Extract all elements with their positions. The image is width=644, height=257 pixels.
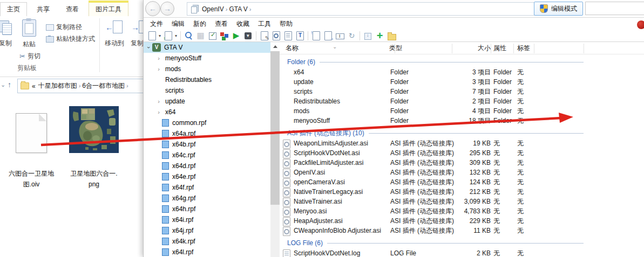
cut-button[interactable]: ✂ 剪切 bbox=[19, 52, 40, 61]
tab-picture-tools[interactable]: 图片工具 bbox=[89, 2, 128, 16]
chevron-right-icon[interactable]: › bbox=[155, 55, 162, 61]
tree-item-scripts[interactable]: scripts bbox=[144, 85, 280, 96]
menu-tools[interactable]: 工具 bbox=[254, 19, 275, 29]
tree-item-update[interactable]: ›update bbox=[144, 96, 280, 107]
file-item-oiv[interactable]: 六图合一卫星地图.oiv bbox=[5, 103, 57, 190]
up-arrow-button[interactable]: ↑ bbox=[8, 80, 11, 89]
tree-item-x64l-rpf[interactable]: x64l.rpf bbox=[144, 247, 280, 257]
move-to-button[interactable]: ← 移动到 bbox=[101, 19, 127, 48]
chevron-right-icon[interactable]: › bbox=[155, 109, 162, 115]
file-row[interactable]: Menyoo.asiASI 插件 (动态链接库)4,783 KB无无 bbox=[280, 206, 644, 216]
search-icon[interactable] bbox=[184, 31, 194, 41]
file-row[interactable]: NativeTrainer.asiASI 插件 (动态链接库)3,099 KB无… bbox=[280, 197, 644, 206]
tree-item-x64i-rpf[interactable]: x64i.rpf bbox=[144, 214, 280, 225]
column-type[interactable]: 类型 bbox=[389, 44, 402, 53]
address-bar[interactable]: « 十星加都市图›6合一都市地图› bbox=[17, 79, 148, 93]
extract-icon[interactable] bbox=[363, 31, 373, 41]
tree-item-x64f-rpf[interactable]: x64f.rpf bbox=[144, 182, 280, 193]
tree-item-x64[interactable]: ›x64 bbox=[144, 107, 280, 117]
file-row[interactable]: ScriptHookVDotNet.logLOG File2 KB无无 bbox=[280, 248, 644, 257]
chevron-down-icon[interactable]: ⌄ bbox=[1, 81, 5, 88]
tree-item-x64d-rpf[interactable]: x64d.rpf bbox=[144, 161, 280, 171]
new-file-icon[interactable] bbox=[147, 31, 157, 41]
file-item-png[interactable]: 卫星地图六合一.png bbox=[68, 103, 120, 190]
search-box[interactable] bbox=[585, 2, 644, 15]
column-name[interactable]: 名称 bbox=[286, 44, 299, 53]
menu-favorites[interactable]: 收藏 bbox=[232, 19, 254, 29]
tree-item-x64e-rpf[interactable]: x64e.rpf bbox=[144, 171, 280, 182]
new-folder-icon[interactable] bbox=[387, 31, 397, 41]
export-icon[interactable] bbox=[311, 31, 321, 41]
menu-file[interactable]: 文件 bbox=[146, 19, 167, 29]
file-row[interactable]: PackfileLimitAdjuster.asiASI 插件 (动态链接库)3… bbox=[280, 158, 644, 168]
edit-icon[interactable] bbox=[259, 31, 269, 41]
back-button[interactable]: ← bbox=[145, 1, 160, 16]
openiv-breadcrumb-bar[interactable]: OpenIV›GTA V› bbox=[187, 2, 534, 16]
paste-button[interactable]: 粘贴 bbox=[16, 19, 42, 49]
file-row[interactable]: OpenIV.asiASI 插件 (动态链接库)132 KB无无 bbox=[280, 168, 644, 177]
copy-path-button[interactable]: 复制路径 bbox=[46, 23, 82, 32]
copy-button[interactable]: 复制 bbox=[0, 19, 18, 48]
tab-home[interactable]: 主页 bbox=[0, 2, 27, 16]
tree-item-common-rpf[interactable]: common.rpf bbox=[144, 117, 280, 128]
tree-item-x64b-rpf[interactable]: x64b.rpf bbox=[144, 139, 280, 150]
column-attributes[interactable]: 属性 bbox=[493, 44, 506, 53]
tree-item-mods[interactable]: ›mods bbox=[144, 64, 280, 74]
menu-help[interactable]: 帮助 bbox=[275, 19, 297, 29]
rename-icon[interactable] bbox=[335, 31, 345, 41]
file-row[interactable]: menyooStuffFolder18 项目Folder无 bbox=[280, 116, 644, 126]
view-text-icon[interactable] bbox=[283, 31, 293, 41]
refresh-icon[interactable] bbox=[347, 31, 357, 41]
tab-share[interactable]: 共享 bbox=[30, 3, 56, 16]
column-tags[interactable]: 标签 bbox=[517, 44, 530, 53]
file-row[interactable]: ScriptHookVDotNet.asiASI 插件 (动态链接库)295 K… bbox=[280, 148, 644, 158]
play-icon[interactable] bbox=[231, 31, 241, 41]
tree-item-redistributables[interactable]: Redistributables bbox=[144, 74, 280, 85]
tree-item-menyoostuff[interactable]: ›menyooStuff bbox=[144, 53, 280, 64]
tree-item-x64k-rpf[interactable]: x64k.rpf bbox=[144, 236, 280, 247]
file-row[interactable]: x64Folder3 项目Folder无 bbox=[280, 67, 644, 77]
tree-item-x64h-rpf[interactable]: x64h.rpf bbox=[144, 204, 280, 214]
tree-item-x64a-rpf[interactable]: x64a.rpf bbox=[144, 128, 280, 139]
scrollbar-thumb[interactable] bbox=[270, 51, 280, 205]
palette-icon[interactable] bbox=[219, 31, 229, 41]
tab-view[interactable]: 查看 bbox=[59, 3, 85, 16]
file-row[interactable]: HeapAdjuster.asiASI 插件 (动态链接库)229 KB无无 bbox=[280, 216, 644, 226]
paste-shortcut-button[interactable]: 粘贴快捷方式 bbox=[46, 34, 95, 44]
tree-item-x64g-rpf[interactable]: x64g.rpf bbox=[144, 193, 280, 204]
dropdown-arrow-icon[interactable]: ▾ bbox=[159, 33, 161, 38]
chevron-right-icon[interactable]: › bbox=[155, 98, 162, 105]
dropdown-arrow-icon[interactable]: ▾ bbox=[175, 33, 177, 38]
tree-scrollbar[interactable] bbox=[270, 42, 280, 257]
breadcrumb-item[interactable]: 十星加都市图 bbox=[38, 82, 77, 89]
tree-item-x64j-rpf[interactable]: x64j.rpf bbox=[144, 225, 280, 236]
column-size[interactable]: 大小 bbox=[442, 44, 491, 53]
file-row[interactable]: RedistributablesFolder2 项目Folder无 bbox=[280, 96, 644, 106]
text-editor-icon[interactable] bbox=[295, 31, 305, 41]
file-row[interactable]: openCameraV.asiASI 插件 (动态链接库)124 KB无无 bbox=[280, 177, 644, 187]
import-file-icon[interactable] bbox=[163, 31, 173, 41]
preview-icon[interactable] bbox=[271, 31, 281, 41]
tree-item-gta-v[interactable]: › GTA V bbox=[144, 42, 270, 53]
breadcrumb-item[interactable]: OpenIV bbox=[202, 5, 224, 13]
breadcrumb-item[interactable]: 6合一都市地图 bbox=[82, 82, 125, 89]
file-row[interactable]: scriptsFolder7 项目Folder无 bbox=[280, 87, 644, 96]
file-row[interactable]: WeaponLimitsAdjuster.asiASI 插件 (动态链接库)19… bbox=[280, 138, 644, 148]
forward-button[interactable]: → bbox=[160, 2, 174, 16]
file-row[interactable]: CWeaponInfoBlob Adjuster.asiASI 插件 (动态链接… bbox=[280, 226, 644, 235]
edit-mode-button[interactable]: 编辑模式 bbox=[534, 2, 583, 16]
scroll-up-button[interactable] bbox=[270, 42, 280, 51]
add-icon[interactable] bbox=[375, 31, 385, 41]
file-row[interactable]: modsFolder4 项目Folder无 bbox=[280, 106, 644, 116]
save-icon[interactable] bbox=[243, 31, 253, 41]
file-row[interactable]: updateFolder3 项目Folder无 bbox=[280, 77, 644, 87]
file-row[interactable]: NativeTrainerLegacy.asiASI 插件 (动态链接库)212… bbox=[280, 187, 644, 197]
menu-new[interactable]: 新的 bbox=[189, 19, 211, 29]
copy-icon[interactable] bbox=[323, 31, 333, 41]
tree-item-x64c-rpf[interactable]: x64c.rpf bbox=[144, 150, 280, 161]
chevron-right-icon[interactable]: › bbox=[155, 66, 162, 72]
chevron-expanded-icon[interactable]: › bbox=[146, 44, 152, 51]
checklist-icon[interactable] bbox=[207, 31, 218, 41]
breadcrumb-item[interactable]: GTA V bbox=[229, 5, 247, 13]
menu-edit[interactable]: 编辑 bbox=[167, 19, 189, 29]
